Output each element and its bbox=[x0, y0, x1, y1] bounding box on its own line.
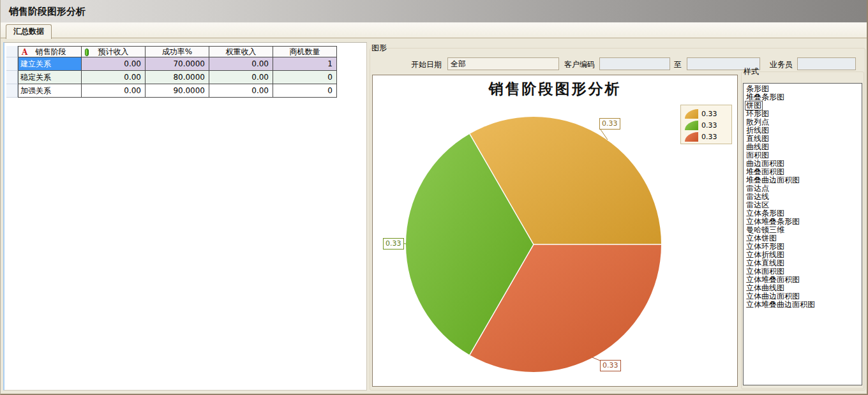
legend-value: 0.33 bbox=[701, 133, 717, 141]
legend-swatch-orange-icon bbox=[685, 109, 698, 119]
legend-value: 0.33 bbox=[701, 110, 717, 118]
chart-title: 销售阶段图形分析 bbox=[373, 79, 737, 99]
cell-expected[interactable]: 0.00 bbox=[82, 84, 146, 98]
cell-stage-selected[interactable]: 建立关系 bbox=[18, 57, 82, 71]
chart-legend: 0.33 0.33 0.33 bbox=[680, 105, 732, 144]
tab-strip: 汇总数据 bbox=[1, 23, 868, 38]
numeric-column-icon bbox=[85, 48, 89, 56]
column-header-label: 成功率% bbox=[162, 47, 192, 57]
slice-value-callout: 0.33 bbox=[599, 118, 620, 130]
column-header-expected[interactable]: 预计收入 bbox=[82, 46, 146, 57]
cell-stage[interactable]: 稳定关系 bbox=[18, 71, 82, 84]
content-area: A 销售阶段 预计收入 成功率% 权重收入 商机数量 bbox=[1, 38, 868, 395]
row-selector[interactable] bbox=[6, 84, 18, 98]
tab-summary-data[interactable]: 汇总数据 bbox=[6, 24, 52, 39]
cell-weighted[interactable]: 0.00 bbox=[209, 71, 273, 84]
page-title: 销售阶段图形分析 bbox=[1, 0, 868, 23]
table-row[interactable]: 加强关系 0.00 90.0000 0.00 0 bbox=[6, 84, 337, 98]
pie-chart-canvas: 销售阶段图形分析 0.33 0.33 0.33 0.33 bbox=[372, 75, 738, 387]
start-date-label: 开始日期 bbox=[411, 59, 442, 70]
cell-weighted[interactable]: 0.00 bbox=[209, 57, 273, 71]
chart-style-listbox[interactable]: 条形图堆叠条形图饼图环形图散列点折线图直线图曲线图面积图曲边面积图堆叠面积图堆叠… bbox=[743, 83, 862, 385]
column-header-stage[interactable]: A 销售阶段 bbox=[18, 46, 82, 57]
slice-value-callout: 0.33 bbox=[600, 360, 621, 371]
salesperson-label: 业务员 bbox=[770, 59, 793, 70]
row-header-corner[interactable] bbox=[6, 46, 18, 57]
slice-value-callout: 0.33 bbox=[383, 238, 404, 250]
column-header-label: 权重收入 bbox=[226, 47, 257, 57]
column-header-label: 商机数量 bbox=[290, 47, 320, 57]
cell-success-rate[interactable]: 80.0000 bbox=[146, 71, 209, 84]
legend-swatch-green-icon bbox=[685, 121, 698, 130]
row-selector[interactable] bbox=[6, 71, 18, 84]
legend-entry: 0.33 bbox=[685, 119, 731, 131]
cell-expected[interactable]: 0.00 bbox=[82, 71, 146, 84]
column-header-label: 销售阶段 bbox=[36, 47, 66, 57]
cell-count[interactable]: 0 bbox=[273, 84, 337, 98]
summary-grid-panel: A 销售阶段 预计收入 成功率% 权重收入 商机数量 bbox=[3, 42, 367, 391]
text-column-icon: A bbox=[22, 48, 27, 56]
column-header-opportunity-count[interactable]: 商机数量 bbox=[273, 46, 337, 57]
row-selector[interactable] bbox=[6, 57, 18, 71]
customer-code-input bbox=[599, 57, 670, 70]
legend-swatch-red-icon bbox=[685, 132, 698, 142]
column-header-weighted[interactable]: 权重收入 bbox=[209, 46, 273, 57]
cell-expected[interactable]: 0.00 bbox=[82, 57, 146, 71]
graph-panel: 图形 开始日期 客户编码 至 业务员 销售阶段图形分析 0.33 bbox=[370, 42, 867, 391]
title-bar: 销售阶段图形分析 bbox=[1, 0, 868, 23]
sales-stage-table: A 销售阶段 预计收入 成功率% 权重收入 商机数量 bbox=[6, 46, 337, 98]
column-header-success-rate[interactable]: 成功率% bbox=[146, 46, 209, 57]
cell-count[interactable]: 1 bbox=[273, 57, 337, 71]
cell-success-rate[interactable]: 70.0000 bbox=[146, 57, 209, 71]
legend-value: 0.33 bbox=[701, 121, 717, 130]
cell-success-rate[interactable]: 90.0000 bbox=[146, 84, 209, 98]
legend-entry: 0.33 bbox=[685, 131, 731, 142]
app-window: 销售阶段图形分析 汇总数据 A 销售阶段 预计收入 成功 bbox=[0, 0, 868, 395]
legend-entry: 0.33 bbox=[685, 108, 731, 119]
style-option[interactable]: 立体堆叠曲边面积图 bbox=[745, 301, 816, 309]
cell-stage[interactable]: 加强关系 bbox=[18, 84, 82, 98]
graph-groupbox-label: 图形 bbox=[370, 43, 388, 54]
table-row[interactable]: 稳定关系 0.00 80.0000 0.00 0 bbox=[6, 71, 337, 84]
table-row[interactable]: 建立关系 0.00 70.0000 0.00 1 bbox=[6, 57, 337, 71]
table-header-row: A 销售阶段 预计收入 成功率% 权重收入 商机数量 bbox=[6, 46, 337, 57]
cell-weighted[interactable]: 0.00 bbox=[209, 84, 273, 98]
start-date-input[interactable] bbox=[447, 57, 559, 70]
column-header-label: 预计收入 bbox=[98, 47, 129, 57]
style-groupbox-label: 样式 bbox=[742, 66, 760, 77]
cell-count[interactable]: 0 bbox=[273, 71, 337, 84]
to-label: 至 bbox=[674, 59, 682, 70]
salesperson-input bbox=[797, 57, 856, 70]
customer-code-label: 客户编码 bbox=[564, 59, 595, 70]
